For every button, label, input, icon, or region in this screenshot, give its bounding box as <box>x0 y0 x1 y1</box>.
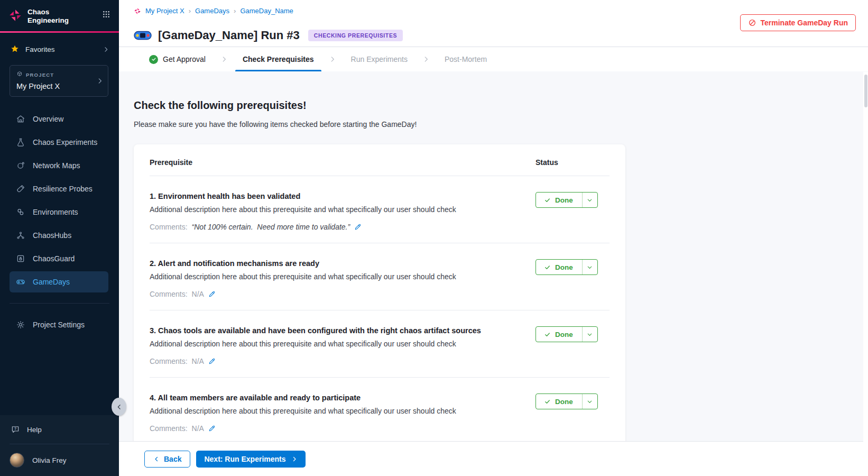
prerequisite-status-cell: Done <box>535 325 610 365</box>
stepper-chevron-icon <box>220 47 228 71</box>
prerequisite-comments: Comments: N/A <box>150 424 514 433</box>
prerequisite-info: 3. Chaos tools are available and have be… <box>150 325 535 365</box>
user-name: Olivia Frey <box>32 456 67 464</box>
status-done-button[interactable]: Done <box>535 192 598 208</box>
next-run-experiments-button[interactable]: Next: Run Experiments <box>196 451 305 468</box>
status-label: Done <box>555 331 573 338</box>
prerequisite-info: 2. Alert and notification mechanisms are… <box>150 258 535 298</box>
prerequisite-row: 3. Chaos tools are available and have be… <box>150 310 610 378</box>
app-logo[interactable]: Chaos Engineering <box>0 0 119 31</box>
run-stepper: Get Approval Check Prerequisites Run Exp… <box>119 47 868 71</box>
status-done-button[interactable]: Done <box>535 326 598 342</box>
chevron-right-icon <box>291 456 298 462</box>
scrollbar-thumb[interactable] <box>864 75 867 107</box>
user-menu[interactable]: Olivia Frey <box>0 444 119 476</box>
status-dropdown-caret[interactable] <box>582 327 597 342</box>
chevron-right-icon <box>96 77 104 85</box>
footer-bar: Back Next: Run Experiments <box>119 441 868 476</box>
sidebar-item-project-settings[interactable]: Project Settings <box>0 313 119 336</box>
prerequisite-description: Additional description here about this p… <box>150 204 514 215</box>
status-dropdown-caret[interactable] <box>582 193 597 207</box>
edit-comment-icon[interactable] <box>208 290 216 298</box>
back-label: Back <box>164 455 181 463</box>
sidebar-item-chaoshubs[interactable]: ChaosHubs <box>0 224 119 247</box>
prerequisite-title: 1. Environment health has been validated <box>150 191 514 202</box>
sidebar-item-label: Resilience Probes <box>33 185 93 193</box>
comments-label: Comments: <box>150 424 188 433</box>
sidebar-item-resilience-probes[interactable]: Resilience Probes <box>0 177 119 200</box>
status-dropdown-caret[interactable] <box>582 260 597 274</box>
back-button[interactable]: Back <box>144 451 190 468</box>
help-chat-icon: ? <box>11 425 20 434</box>
prerequisite-row: 4. All team members are available and re… <box>150 378 610 441</box>
step-label: Check Prerequisites <box>243 55 314 63</box>
check-icon <box>544 197 551 204</box>
breadcrumb: My Project X › GameDays › GameDay_Name <box>134 7 855 15</box>
status-dropdown-caret[interactable] <box>582 394 597 409</box>
content-area: My Project X › GameDays › GameDay_Name [… <box>119 0 868 476</box>
sidebar-item-label: Overview <box>33 115 63 123</box>
sidebar-item-chaosguard[interactable]: ChaosGuard <box>0 247 119 270</box>
comments-label: Comments: <box>150 223 188 231</box>
sidebar-divider <box>10 303 109 304</box>
avatar <box>10 453 24 468</box>
prerequisite-description: Additional description here about this p… <box>150 338 514 349</box>
project-selector[interactable]: PROJECT My Project X <box>10 65 108 97</box>
sidebar-item-overview[interactable]: Overview <box>0 107 119 131</box>
comments-label: Comments: <box>150 357 188 365</box>
project-label: PROJECT <box>26 72 54 78</box>
sidebar-item-chaos-experiments[interactable]: Chaos Experiments <box>0 131 119 154</box>
chaos-logo-icon <box>8 8 22 24</box>
step-get-approval[interactable]: Get Approval <box>148 47 207 71</box>
star-icon <box>11 44 19 54</box>
status-badge: CHECKING PREREQUISITES <box>308 30 403 41</box>
terminate-gameday-button[interactable]: Terminate GameDay Run <box>740 14 856 31</box>
sidebar-footer: ? Help Olivia Frey <box>0 415 119 476</box>
check-icon <box>544 331 551 338</box>
step-check-prerequisites[interactable]: Check Prerequisites <box>242 47 315 71</box>
status-done-button[interactable]: Done <box>535 393 598 409</box>
sidebar-item-label: Environments <box>33 208 78 216</box>
step-post-mortem[interactable]: Post-Mortem <box>444 47 488 71</box>
prerequisite-title: 2. Alert and notification mechanisms are… <box>150 258 514 269</box>
edit-comment-icon[interactable] <box>208 425 216 432</box>
prohibit-icon <box>748 19 756 27</box>
probe-icon <box>16 184 25 194</box>
favorites-label: Favorites <box>25 45 55 53</box>
help-button[interactable]: ? Help <box>0 415 119 444</box>
prerequisite-status-cell: Done <box>535 191 610 231</box>
status-label: Done <box>555 263 573 271</box>
sidebar-collapse-handle[interactable] <box>112 398 126 416</box>
flask-icon <box>16 138 25 147</box>
cube-icon <box>16 71 23 78</box>
prerequisite-description: Additional description here about this p… <box>150 406 514 416</box>
gear-icon <box>16 320 25 329</box>
step-label: Run Experiments <box>351 55 408 63</box>
step-run-experiments[interactable]: Run Experiments <box>350 47 409 71</box>
sidebar-item-label: ChaosGuard <box>33 254 75 263</box>
check-circle-icon <box>149 55 158 64</box>
sidebar-item-environments[interactable]: Environments <box>0 200 119 224</box>
sidebar-item-network-maps[interactable]: Network Maps <box>0 154 119 177</box>
breadcrumb-link-gamedays[interactable]: GameDays <box>195 7 229 15</box>
status-done-button[interactable]: Done <box>535 259 598 275</box>
sidebar-item-gamedays[interactable]: GameDays <box>10 271 108 292</box>
edit-comment-icon[interactable] <box>354 223 362 231</box>
breadcrumb-link-gameday-name[interactable]: GameDay_Name <box>240 7 293 15</box>
prerequisite-info: 1. Environment health has been validated… <box>150 191 535 231</box>
page-header: My Project X › GameDays › GameDay_Name [… <box>119 0 868 47</box>
breadcrumb-link-project[interactable]: My Project X <box>145 7 184 15</box>
module-grid-icon[interactable] <box>102 10 110 21</box>
chevron-right-icon <box>103 46 109 53</box>
scrollbar-track[interactable] <box>863 72 868 476</box>
prerequisite-description: Additional description here about this p… <box>150 271 514 282</box>
hub-icon <box>16 231 25 240</box>
prerequisite-row: 2. Alert and notification mechanisms are… <box>150 243 610 310</box>
sidebar-item-label: Project Settings <box>33 321 85 329</box>
prerequisites-rows: 1. Environment health has been validated… <box>150 176 610 441</box>
step-label: Get Approval <box>163 55 206 63</box>
edit-comment-icon[interactable] <box>208 358 216 365</box>
sidebar-item-label: GameDays <box>33 278 70 286</box>
project-name: My Project X <box>16 82 94 90</box>
sidebar-item-favorites[interactable]: Favorites <box>0 33 119 54</box>
